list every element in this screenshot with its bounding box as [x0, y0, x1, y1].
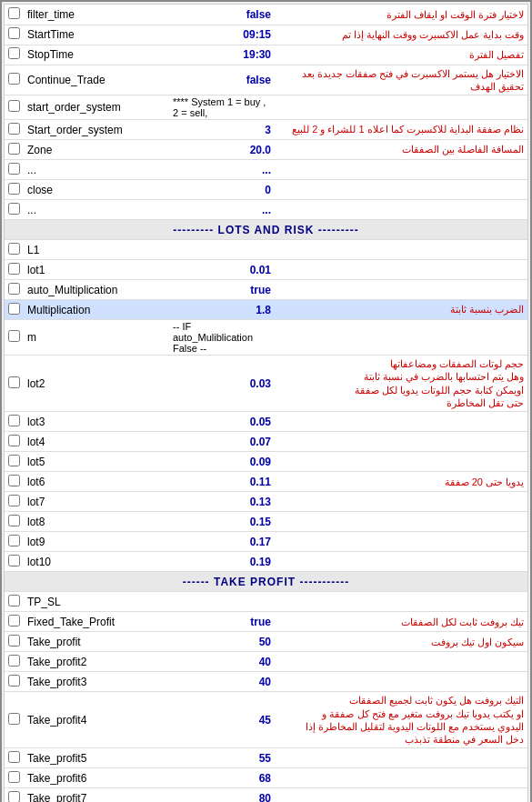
param-comment — [278, 532, 527, 552]
row-checkbox[interactable] — [8, 27, 20, 39]
param-name: auto_Multiplication — [24, 280, 169, 300]
param-value[interactable]: false — [169, 65, 278, 95]
settings-table-area[interactable]: filter_timefalseلاختيار فترة الوقت او اي… — [4, 4, 528, 802]
row-checkbox[interactable] — [8, 555, 20, 566]
param-name: lot10 — [24, 552, 169, 572]
param-value[interactable]: 0.19 — [169, 552, 278, 572]
row-checkbox[interactable] — [8, 263, 20, 275]
row-checkbox[interactable] — [8, 143, 20, 155]
param-name: Zone — [24, 140, 169, 160]
param-value[interactable]: 0.03 — [169, 356, 278, 412]
row-checkbox[interactable] — [8, 455, 20, 466]
param-value[interactable]: 0 — [169, 180, 278, 200]
row-checkbox[interactable] — [8, 495, 20, 506]
row-checkbox[interactable] — [8, 183, 20, 195]
row-checkbox[interactable] — [8, 73, 20, 85]
row-checkbox[interactable] — [8, 713, 20, 725]
param-value[interactable]: 40 — [169, 652, 278, 672]
param-value[interactable]: true — [169, 280, 278, 300]
param-name: lot9 — [24, 532, 169, 552]
param-name: Take_profit3 — [24, 672, 169, 692]
row-checkbox[interactable] — [8, 7, 20, 19]
row-checkbox[interactable] — [8, 635, 20, 647]
param-comment: يدويا حتى 20 صفقة — [278, 472, 527, 492]
param-comment — [278, 320, 527, 356]
param-name: lot5 — [24, 452, 169, 472]
main-window: filter_timefalseلاختيار فترة الوقت او اي… — [0, 0, 532, 802]
param-value[interactable]: 0.13 — [169, 492, 278, 512]
table-row: close0 — [5, 180, 527, 200]
param-value[interactable]: ... — [169, 200, 278, 220]
param-name: Take_profit — [24, 632, 169, 652]
table-row: lot40.07 — [5, 432, 527, 452]
table-row: Start_order_system3نظام صفقة البداية للا… — [5, 120, 527, 140]
param-value[interactable]: 68 — [169, 768, 278, 788]
param-value[interactable]: 3 — [169, 120, 278, 140]
table-row: Multiplication1.8الضرب بنسبة ثابتة — [5, 300, 527, 320]
param-value[interactable]: true — [169, 612, 278, 632]
row-checkbox[interactable] — [8, 100, 20, 112]
param-name: Take_profit7 — [24, 788, 169, 802]
param-value[interactable]: 0.01 — [169, 260, 278, 280]
param-comment: تيك بروفت ثابت لكل الصفقات — [278, 612, 527, 632]
param-value[interactable]: 1.8 — [169, 300, 278, 320]
row-checkbox[interactable] — [8, 303, 20, 315]
table-row: Take_profit668 — [5, 768, 527, 788]
param-value[interactable]: 0.05 — [169, 412, 278, 432]
row-checkbox[interactable] — [8, 415, 20, 426]
param-value[interactable] — [169, 240, 278, 260]
param-value[interactable]: 0.17 — [169, 532, 278, 552]
row-checkbox[interactable] — [8, 791, 20, 802]
row-checkbox[interactable] — [8, 330, 20, 342]
param-value[interactable]: 0.07 — [169, 432, 278, 452]
row-checkbox[interactable] — [8, 595, 20, 607]
param-value[interactable] — [169, 592, 278, 612]
param-value[interactable]: ... — [169, 160, 278, 180]
table-row: Take_profit240 — [5, 652, 527, 672]
table-row: TP_SL — [5, 592, 527, 612]
param-value[interactable]: 19:30 — [169, 45, 278, 65]
param-comment: حجم لوتات الصفقات ومضاعفاتها وهل يتم احت… — [278, 356, 527, 412]
row-checkbox[interactable] — [8, 435, 20, 446]
param-value[interactable]: 0.11 — [169, 472, 278, 492]
table-row: lot20.03حجم لوتات الصفقات ومضاعفاتها وهل… — [5, 356, 527, 412]
param-value[interactable]: 45 — [169, 692, 278, 748]
param-comment — [278, 492, 527, 512]
param-value[interactable]: **** System 1 = buy , 2 = sell, — [169, 95, 278, 120]
row-checkbox[interactable] — [8, 203, 20, 215]
row-checkbox[interactable] — [8, 47, 20, 59]
row-checkbox[interactable] — [8, 163, 20, 175]
row-checkbox[interactable] — [8, 655, 20, 667]
param-name: lot6 — [24, 472, 169, 492]
row-checkbox[interactable] — [8, 123, 20, 135]
param-comment — [278, 180, 527, 200]
table-row: Take_profit780 — [5, 788, 527, 802]
row-checkbox[interactable] — [8, 515, 20, 526]
row-checkbox[interactable] — [8, 376, 20, 388]
param-value[interactable]: 80 — [169, 788, 278, 802]
param-comment — [278, 788, 527, 802]
param-value[interactable]: 50 — [169, 632, 278, 652]
row-checkbox[interactable] — [8, 675, 20, 687]
param-comment — [278, 200, 527, 220]
param-value[interactable]: 0.15 — [169, 512, 278, 532]
param-value[interactable]: 0.09 — [169, 452, 278, 472]
param-value[interactable]: 55 — [169, 748, 278, 768]
param-value[interactable]: false — [169, 5, 278, 25]
param-value[interactable]: -- IF auto_Muliblication False -- — [169, 320, 278, 356]
table-row: ...... — [5, 200, 527, 220]
row-checkbox[interactable] — [8, 751, 20, 763]
param-value[interactable]: 20.0 — [169, 140, 278, 160]
row-checkbox[interactable] — [8, 283, 20, 295]
row-checkbox[interactable] — [8, 243, 20, 255]
row-checkbox[interactable] — [8, 771, 20, 783]
row-checkbox[interactable] — [8, 615, 20, 627]
row-checkbox[interactable] — [8, 475, 20, 486]
table-row: lot80.15 — [5, 512, 527, 532]
param-name: StopTime — [24, 45, 169, 65]
param-value[interactable]: 40 — [169, 672, 278, 692]
param-value[interactable]: 09:15 — [169, 25, 278, 45]
param-comment: التيك بروفت هل يكون ثابت لجميع الصفقات ا… — [278, 692, 527, 748]
row-checkbox[interactable] — [8, 535, 20, 546]
param-comment: سيكون اول تيك بروفت — [278, 632, 527, 652]
